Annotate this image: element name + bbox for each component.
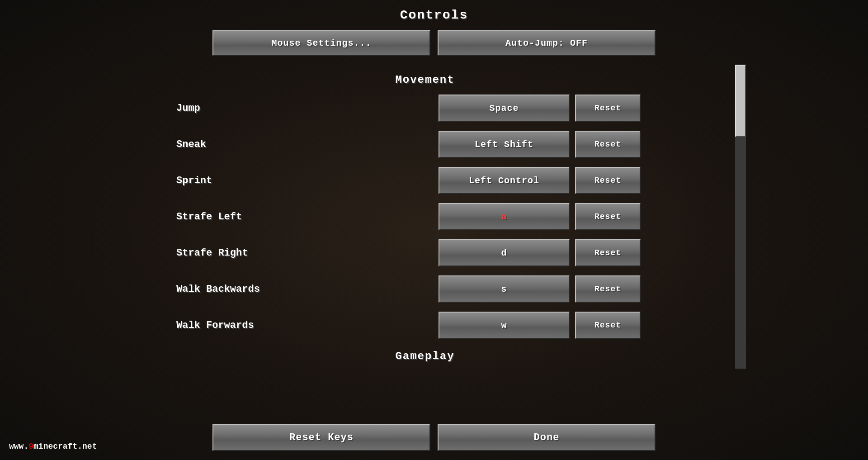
main-container: Controls Mouse Settings... Auto-Jump: OF… [0,0,868,460]
keybind-row-sprint: Sprint Left Control Reset [122,165,728,196]
reset-button-walk-backwards[interactable]: Reset [575,275,641,303]
top-buttons-row: Mouse Settings... Auto-Jump: OFF [212,30,656,56]
keybind-label-strafe-left: Strafe Left [122,211,439,223]
keybind-button-sneak[interactable]: Left Shift [439,131,570,158]
watermark-brand: 9 [28,442,33,451]
keybind-button-walk-forwards[interactable]: w [439,312,570,339]
keybind-label-strafe-right: Strafe Right [122,247,439,259]
gameplay-section-header: Gameplay [122,350,728,362]
keybind-row-strafe-right: Strafe Right d Reset [122,237,728,269]
reset-button-sprint[interactable]: Reset [575,167,641,194]
reset-button-strafe-left[interactable]: Reset [575,203,641,230]
keybind-row-sneak: Sneak Left Shift Reset [122,128,728,160]
scrollbar-thumb[interactable] [735,65,746,137]
keybind-row-walk-backwards: Walk Backwards s Reset [122,273,728,305]
watermark-suffix: minecraft.net [33,442,97,451]
keybind-label-walk-forwards: Walk Forwards [122,320,439,331]
bottom-buttons-row: Reset Keys Done [212,424,656,451]
keybind-button-sprint[interactable]: Left Control [439,167,570,194]
reset-button-walk-forwards[interactable]: Reset [575,312,641,339]
page-title: Controls [400,8,468,22]
keybind-row-walk-forwards: Walk Forwards w Reset [122,309,728,341]
keybind-row-strafe-left: Strafe Left a Reset [122,201,728,232]
reset-button-strafe-right[interactable]: Reset [575,239,641,266]
keybind-row-jump: Jump Space Reset [122,92,728,124]
reset-button-sneak[interactable]: Reset [575,131,641,158]
keybind-button-jump[interactable]: Space [439,95,570,122]
mouse-settings-button[interactable]: Mouse Settings... [212,30,430,56]
reset-keys-button[interactable]: Reset Keys [212,424,430,451]
keybind-label-sprint: Sprint [122,175,439,186]
content-area: Movement Jump Space Reset Sneak Left Shi… [122,74,728,362]
done-button[interactable]: Done [438,424,656,451]
scroll-wrapper: Movement Jump Space Reset Sneak Left Shi… [122,65,746,369]
keybind-button-strafe-left[interactable]: a [439,203,570,230]
watermark: www.9minecraft.net [9,442,97,451]
movement-section-header: Movement [122,74,728,86]
keybind-button-walk-backwards[interactable]: s [439,275,570,303]
keybind-label-jump: Jump [122,103,439,114]
scrollbar-track[interactable] [735,65,746,369]
auto-jump-button[interactable]: Auto-Jump: OFF [438,30,656,56]
keybind-label-walk-backwards: Walk Backwards [122,284,439,295]
keybind-button-strafe-right[interactable]: d [439,239,570,266]
keybind-label-sneak: Sneak [122,139,439,150]
reset-button-jump[interactable]: Reset [575,95,641,122]
watermark-prefix: www. [9,442,28,451]
